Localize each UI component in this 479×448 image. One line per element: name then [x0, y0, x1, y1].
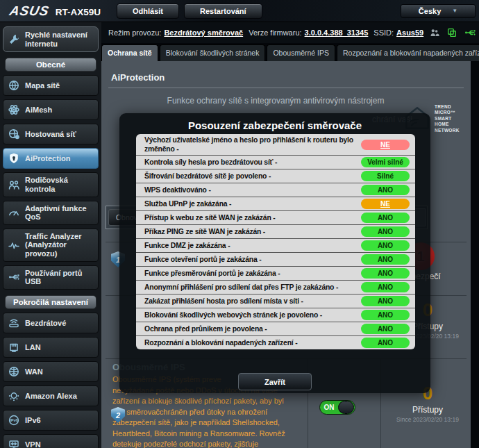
sidebar-item-aimesh[interactable]: AiMesh [3, 99, 99, 120]
sidebar-item-vpn[interactable]: VPN [3, 434, 99, 448]
chevron-down-icon: ▼ [452, 8, 457, 14]
content-panel: AiProtection Funkce ochrany sítě s integ… [101, 61, 471, 448]
sidebar-item-label: IPv6 [25, 416, 41, 425]
tab-obousm-rn-ips[interactable]: Obousměrné IPS [267, 44, 335, 61]
security-check-row: Rozpoznání a blokování napadených zaříze… [136, 335, 415, 349]
sidebar-item-label: Hostovaná síť [25, 130, 76, 139]
status-bar: Režim provozu: Bezdrátový směrovač Verze… [101, 22, 479, 43]
clients-icon[interactable] [429, 27, 440, 38]
sidebar-item-hostovan-s-[interactable]: Hostovaná síť [3, 124, 99, 144]
security-check-label: Příkaz PING ze sítě WAN je zakázán - [144, 227, 361, 236]
language-label: Česky [419, 7, 441, 15]
mesh-icon [7, 103, 21, 116]
sidebar-item-label: WAN [25, 367, 43, 376]
sidebar-item-label: Používání portů USB [25, 269, 94, 286]
tab-bar: Ochrana sítěBlokování škodlivých stránek… [101, 43, 479, 61]
lan-icon [7, 341, 21, 354]
devices-icon[interactable] [446, 27, 457, 38]
sidebar-item-label: Bezdrátové [25, 319, 66, 328]
status-badge: ANO [361, 213, 410, 223]
security-check-row: Služba UPnP je zakázána -NE [136, 197, 415, 210]
security-check-row: Blokování škodlivých webových stránek je… [136, 308, 415, 322]
guest-network-icon [7, 128, 21, 140]
brand: ASUS RT-AX59U [0, 3, 117, 19]
security-check-row: Přístup k webu ze sítě WAN je zakázán -A… [136, 210, 415, 224]
language-dropdown[interactable]: Česky ▼ [401, 4, 476, 18]
usb-icon[interactable] [464, 26, 476, 39]
sidebar-item-label: Rodičovská kontrola [25, 176, 94, 193]
status-badge: ANO [361, 324, 410, 334]
sidebar-item-label: LAN [25, 343, 41, 352]
hits-label: Přístupy [389, 405, 466, 415]
toggle-knob [338, 401, 354, 414]
router-model: RT-AX59U [56, 7, 101, 17]
sidebar-item-label: Rychlé nastavení internetu [25, 31, 94, 48]
security-assessment-modal: Posouzení zabezpečení směrovače Výchozí … [119, 113, 430, 393]
logout-button[interactable]: Odhlásit [117, 3, 179, 19]
sidebar-item-wan[interactable]: WAN [3, 361, 99, 382]
tab-ochrana-s-t-[interactable]: Ochrana sítě [101, 44, 158, 61]
trend-micro-logo-text: TREND MICRO™ SMART HOME NETWORK [435, 104, 471, 133]
mode-link[interactable]: Bezdrátový směrovač [164, 28, 243, 37]
wan-icon [7, 365, 21, 378]
ips-description-line: zařízení a blokuje škodlivé příchozí pak… [112, 396, 311, 407]
divider [108, 88, 464, 88]
reboot-button[interactable]: Restartování [184, 3, 262, 19]
sidebar-item-lan[interactable]: LAN [3, 337, 99, 358]
security-check-label: Anonymní přihlášení pro sdílení dat přes… [144, 283, 361, 292]
modal-title: Posouzení zabezpečení směrovače [119, 119, 430, 131]
security-check-row: Výchozí uživatelské jméno a heslo pro př… [136, 134, 415, 155]
shield-icon [7, 152, 21, 165]
status-badge: ANO [361, 268, 410, 279]
sidebar-item-aiprotection[interactable]: AiProtection [3, 148, 99, 169]
status-badge[interactable]: NE [361, 199, 410, 209]
sidebar-item-pou-v-n-port-usb[interactable]: Používání portů USB [3, 265, 99, 290]
svg-text:IPv6: IPv6 [10, 418, 17, 422]
firmware-link[interactable]: 3.0.0.4.388_31345 [305, 28, 369, 37]
security-check-label: Rozpoznání a blokování napadených zaříze… [144, 338, 361, 347]
ssid-link[interactable]: Asus59 [396, 28, 423, 37]
ips-description-line: Heartbleed, Bitcoin mining a Ransomware.… [112, 429, 311, 440]
sidebar-item-ipv6[interactable]: IPv6IPv6 [3, 410, 99, 431]
status-badge: ANO [361, 254, 410, 265]
security-check-label: Výchozí uživatelské jméno a heslo pro př… [144, 135, 361, 154]
status-badge: ANO [361, 240, 410, 251]
status-badge: ANO [361, 296, 410, 306]
sidebar-item-amazon-alexa[interactable]: Amazon Alexa [3, 385, 99, 406]
sidebar-item-label: Amazon Alexa [25, 392, 77, 401]
wireless-icon [7, 317, 21, 329]
sidebar-item-adaptivn-funkce-qos[interactable]: Adaptivní funkce QoS [3, 201, 99, 225]
security-check-label: Funkce DMZ je zakázána - [144, 241, 361, 250]
ips-toggle[interactable]: ON [319, 400, 355, 415]
close-button[interactable]: Zavřít [238, 373, 312, 390]
hits-since: Since 2023/02/20 13:19 [389, 416, 466, 423]
sidebar-item-traffic-analyzer-analyz-tor-provozu-[interactable]: Traffic Analyzer (Analyzátor provozu) [3, 229, 99, 262]
sidebar-item-label: AiMesh [25, 106, 52, 115]
status-badge[interactable]: NE [361, 140, 410, 150]
security-check-label: Kontrola síly hesla pro bezdrátovou síť … [144, 158, 361, 167]
sidebar-item-label: VPN [25, 440, 41, 448]
ipv6-icon: IPv6 [7, 414, 21, 426]
sidebar: Rychlé nastavení internetu ObecnéMapa sí… [0, 22, 101, 448]
security-check-row: Šifrování bezdrátové sítě je povoleno -S… [136, 169, 415, 183]
sidebar-item-rodi-ovsk-kontrola[interactable]: Rodičovská kontrola [3, 172, 99, 197]
sidebar-item-quick-setup[interactable]: Rychlé nastavení internetu [3, 26, 99, 52]
gauge-icon [7, 206, 21, 219]
status-icons [429, 26, 476, 39]
ips-description-line: detekuje podezřelé odchozí pakety, zjišť… [112, 439, 311, 448]
sidebar-item-mapa-s-t-[interactable]: Mapa sítě [3, 75, 99, 96]
usb-icon [7, 271, 21, 283]
security-check-row: Funkce přesměrování portů je zakázána -A… [136, 266, 415, 280]
status-badge: ANO [361, 338, 410, 348]
intro-text: Funkce ochrany sítě s integrovaným antiv… [101, 96, 450, 106]
tab-blokov-n-kodliv-ch-str-nek[interactable]: Blokování škodlivých stránek [160, 44, 266, 61]
vpn-icon [7, 438, 21, 448]
security-check-row: Anonymní přihlášení pro sdílení dat přes… [136, 280, 415, 294]
ips-description-line: váš směrovačchráněn před útoky na ohrože… [112, 407, 311, 418]
security-check-row: Zakázat přihlášení hosta pro sdílení mís… [136, 294, 415, 308]
security-check-row: Funkce DMZ je zakázána -ANO [136, 238, 415, 252]
security-check-row: WPS deaktivováno -ANO [136, 183, 415, 197]
top-bar: ASUS RT-AX59U Odhlásit Restartování Česk… [0, 0, 479, 22]
tab-rozpozn-n-a-blokov-n-napaden-ch-za-zen-[interactable]: Rozpoznání a blokování napadených zaříze… [337, 44, 479, 61]
sidebar-item-bezdr-tov-[interactable]: Bezdrátové [3, 313, 99, 333]
